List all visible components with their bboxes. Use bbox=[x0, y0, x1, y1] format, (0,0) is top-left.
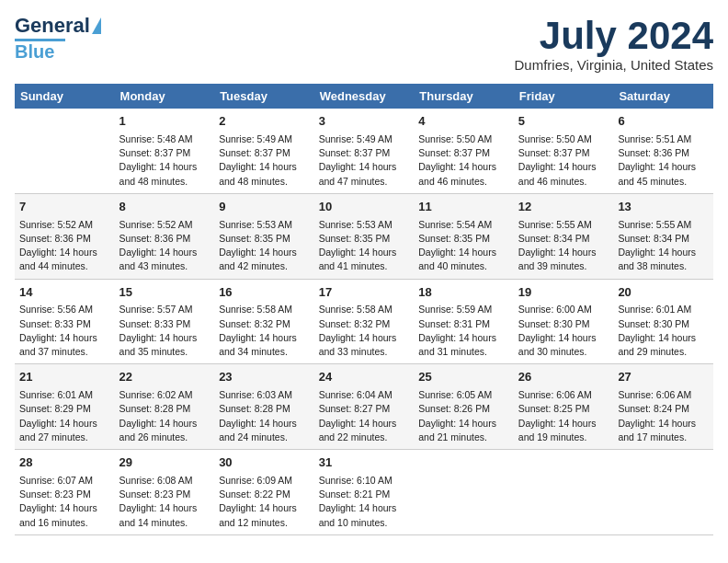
day-info: Sunrise: 6:00 AM Sunset: 8:30 PM Dayligh… bbox=[518, 303, 609, 359]
day-info: Sunrise: 5:50 AM Sunset: 8:37 PM Dayligh… bbox=[518, 132, 609, 189]
day-number: 10 bbox=[319, 199, 410, 216]
day-number: 23 bbox=[219, 369, 310, 386]
week-row-2: 7Sunrise: 5:52 AM Sunset: 8:36 PM Daylig… bbox=[15, 193, 713, 279]
day-number: 29 bbox=[119, 454, 210, 472]
calendar-cell: 12Sunrise: 5:55 AM Sunset: 8:34 PM Dayli… bbox=[514, 193, 614, 279]
calendar-cell: 7Sunrise: 5:52 AM Sunset: 8:36 PM Daylig… bbox=[15, 193, 115, 279]
day-number: 19 bbox=[518, 284, 609, 302]
day-number: 3 bbox=[319, 113, 410, 131]
calendar-cell: 2Sunrise: 5:49 AM Sunset: 8:37 PM Daylig… bbox=[214, 109, 314, 193]
day-info: Sunrise: 6:03 AM Sunset: 8:28 PM Dayligh… bbox=[219, 388, 310, 444]
calendar-cell: 9Sunrise: 5:53 AM Sunset: 8:35 PM Daylig… bbox=[214, 193, 314, 279]
logo: General Blue bbox=[15, 15, 101, 62]
day-header-wednesday: Wednesday bbox=[314, 84, 415, 109]
day-info: Sunrise: 6:04 AM Sunset: 8:27 PM Dayligh… bbox=[319, 388, 410, 444]
day-number: 28 bbox=[19, 454, 110, 472]
day-number: 14 bbox=[19, 284, 110, 302]
day-number: 22 bbox=[119, 369, 210, 386]
title-block: July 2024 Dumfries, Virginia, United Sta… bbox=[515, 15, 713, 73]
calendar-cell: 4Sunrise: 5:50 AM Sunset: 8:37 PM Daylig… bbox=[414, 109, 514, 193]
calendar-cell: 3Sunrise: 5:49 AM Sunset: 8:37 PM Daylig… bbox=[314, 109, 415, 193]
day-info: Sunrise: 5:53 AM Sunset: 8:35 PM Dayligh… bbox=[219, 218, 310, 274]
calendar-cell: 29Sunrise: 6:08 AM Sunset: 8:23 PM Dayli… bbox=[115, 450, 215, 535]
day-number: 9 bbox=[219, 199, 310, 216]
day-number: 25 bbox=[418, 369, 509, 386]
page-header: General Blue July 2024 Dumfries, Virgini… bbox=[15, 15, 713, 73]
day-header-friday: Friday bbox=[514, 84, 614, 109]
week-row-4: 21Sunrise: 6:01 AM Sunset: 8:29 PM Dayli… bbox=[15, 364, 713, 450]
day-info: Sunrise: 6:06 AM Sunset: 8:25 PM Dayligh… bbox=[518, 388, 609, 444]
day-info: Sunrise: 5:52 AM Sunset: 8:36 PM Dayligh… bbox=[119, 218, 210, 274]
week-row-1: 1Sunrise: 5:48 AM Sunset: 8:37 PM Daylig… bbox=[15, 109, 713, 193]
day-info: Sunrise: 6:07 AM Sunset: 8:23 PM Dayligh… bbox=[19, 474, 110, 530]
day-number: 27 bbox=[618, 369, 709, 386]
calendar-cell: 23Sunrise: 6:03 AM Sunset: 8:28 PM Dayli… bbox=[214, 364, 314, 450]
location: Dumfries, Virginia, United States bbox=[515, 57, 713, 73]
day-info: Sunrise: 5:59 AM Sunset: 8:31 PM Dayligh… bbox=[418, 303, 509, 359]
day-number: 5 bbox=[518, 113, 609, 131]
calendar-cell: 28Sunrise: 6:07 AM Sunset: 8:23 PM Dayli… bbox=[15, 450, 115, 535]
day-number: 11 bbox=[418, 199, 509, 216]
day-info: Sunrise: 6:01 AM Sunset: 8:30 PM Dayligh… bbox=[618, 303, 709, 359]
calendar-cell: 15Sunrise: 5:57 AM Sunset: 8:33 PM Dayli… bbox=[115, 279, 215, 364]
logo-text-general: General bbox=[15, 15, 90, 37]
day-info: Sunrise: 5:49 AM Sunset: 8:37 PM Dayligh… bbox=[219, 132, 310, 189]
calendar-cell: 16Sunrise: 5:58 AM Sunset: 8:32 PM Dayli… bbox=[214, 279, 314, 364]
day-info: Sunrise: 6:05 AM Sunset: 8:26 PM Dayligh… bbox=[418, 388, 509, 444]
logo-text-blue: Blue bbox=[15, 41, 54, 62]
day-header-monday: Monday bbox=[115, 84, 215, 109]
calendar-cell: 30Sunrise: 6:09 AM Sunset: 8:22 PM Dayli… bbox=[214, 450, 314, 535]
calendar-cell: 10Sunrise: 5:53 AM Sunset: 8:35 PM Dayli… bbox=[314, 193, 415, 279]
calendar-cell: 31Sunrise: 6:10 AM Sunset: 8:21 PM Dayli… bbox=[314, 450, 415, 535]
calendar-header-row: SundayMondayTuesdayWednesdayThursdayFrid… bbox=[15, 84, 713, 109]
day-number: 6 bbox=[618, 113, 709, 131]
day-header-sunday: Sunday bbox=[15, 84, 115, 109]
day-info: Sunrise: 6:01 AM Sunset: 8:29 PM Dayligh… bbox=[19, 388, 110, 444]
day-number: 21 bbox=[19, 369, 110, 386]
calendar-cell: 17Sunrise: 5:58 AM Sunset: 8:32 PM Dayli… bbox=[314, 279, 415, 364]
calendar-cell: 22Sunrise: 6:02 AM Sunset: 8:28 PM Dayli… bbox=[115, 364, 215, 450]
day-info: Sunrise: 5:54 AM Sunset: 8:35 PM Dayligh… bbox=[418, 218, 509, 274]
day-number: 8 bbox=[119, 199, 210, 216]
day-header-tuesday: Tuesday bbox=[214, 84, 314, 109]
calendar-cell: 26Sunrise: 6:06 AM Sunset: 8:25 PM Dayli… bbox=[514, 364, 614, 450]
day-info: Sunrise: 5:55 AM Sunset: 8:34 PM Dayligh… bbox=[618, 218, 709, 274]
calendar-cell: 20Sunrise: 6:01 AM Sunset: 8:30 PM Dayli… bbox=[613, 279, 713, 364]
day-header-thursday: Thursday bbox=[414, 84, 514, 109]
day-number: 24 bbox=[319, 369, 410, 386]
week-row-5: 28Sunrise: 6:07 AM Sunset: 8:23 PM Dayli… bbox=[15, 450, 713, 535]
logo-triangle-icon bbox=[92, 17, 101, 34]
day-info: Sunrise: 5:56 AM Sunset: 8:33 PM Dayligh… bbox=[19, 303, 110, 359]
day-info: Sunrise: 6:06 AM Sunset: 8:24 PM Dayligh… bbox=[618, 388, 709, 444]
day-number: 18 bbox=[418, 284, 509, 302]
day-number: 2 bbox=[219, 113, 310, 131]
calendar-cell: 18Sunrise: 5:59 AM Sunset: 8:31 PM Dayli… bbox=[414, 279, 514, 364]
calendar-cell: 1Sunrise: 5:48 AM Sunset: 8:37 PM Daylig… bbox=[115, 109, 215, 193]
day-header-saturday: Saturday bbox=[613, 84, 713, 109]
calendar-cell: 21Sunrise: 6:01 AM Sunset: 8:29 PM Dayli… bbox=[15, 364, 115, 450]
calendar-cell: 5Sunrise: 5:50 AM Sunset: 8:37 PM Daylig… bbox=[514, 109, 614, 193]
day-info: Sunrise: 5:55 AM Sunset: 8:34 PM Dayligh… bbox=[518, 218, 609, 274]
day-number: 15 bbox=[119, 284, 210, 302]
day-number: 1 bbox=[119, 113, 210, 131]
day-number: 17 bbox=[319, 284, 410, 302]
day-number: 7 bbox=[19, 199, 110, 216]
calendar-cell: 6Sunrise: 5:51 AM Sunset: 8:36 PM Daylig… bbox=[613, 109, 713, 193]
day-info: Sunrise: 6:10 AM Sunset: 8:21 PM Dayligh… bbox=[319, 474, 410, 530]
day-number: 16 bbox=[219, 284, 310, 302]
calendar-cell bbox=[15, 109, 115, 193]
calendar-cell: 19Sunrise: 6:00 AM Sunset: 8:30 PM Dayli… bbox=[514, 279, 614, 364]
day-info: Sunrise: 5:48 AM Sunset: 8:37 PM Dayligh… bbox=[119, 132, 210, 189]
day-info: Sunrise: 5:53 AM Sunset: 8:35 PM Dayligh… bbox=[319, 218, 410, 274]
calendar-cell: 14Sunrise: 5:56 AM Sunset: 8:33 PM Dayli… bbox=[15, 279, 115, 364]
day-info: Sunrise: 5:52 AM Sunset: 8:36 PM Dayligh… bbox=[19, 218, 110, 274]
day-info: Sunrise: 5:50 AM Sunset: 8:37 PM Dayligh… bbox=[418, 132, 509, 189]
week-row-3: 14Sunrise: 5:56 AM Sunset: 8:33 PM Dayli… bbox=[15, 279, 713, 364]
day-number: 31 bbox=[319, 454, 410, 472]
day-info: Sunrise: 6:02 AM Sunset: 8:28 PM Dayligh… bbox=[119, 388, 210, 444]
calendar-cell: 27Sunrise: 6:06 AM Sunset: 8:24 PM Dayli… bbox=[613, 364, 713, 450]
day-info: Sunrise: 5:51 AM Sunset: 8:36 PM Dayligh… bbox=[618, 132, 709, 189]
calendar-cell: 24Sunrise: 6:04 AM Sunset: 8:27 PM Dayli… bbox=[314, 364, 415, 450]
day-number: 13 bbox=[618, 199, 709, 216]
month-title: July 2024 bbox=[515, 15, 713, 57]
